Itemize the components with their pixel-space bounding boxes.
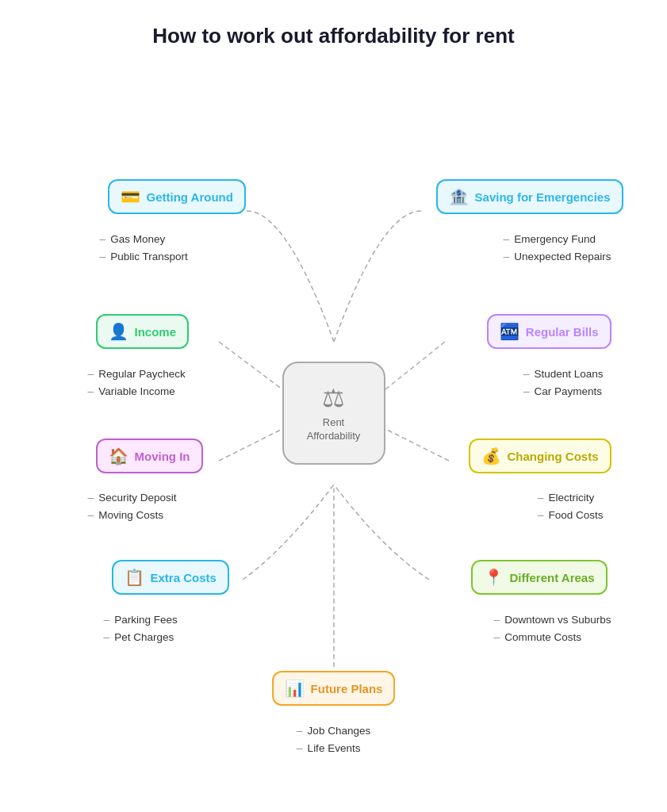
sub-unexpected-repairs: Unexpected Repairs — [503, 250, 611, 262]
regular-bills-label: Regular Bills — [526, 325, 599, 339]
future-plans-label: Future Plans — [311, 682, 383, 695]
sub-moving-costs: Moving Costs — [88, 508, 177, 521]
extra-costs-icon: 📋 — [125, 568, 144, 587]
topic-box-extra-costs: 📋 Extra Costs — [112, 560, 229, 595]
topic-box-different-areas: 📍 Different Areas — [471, 560, 608, 595]
sub-student-loans: Student Loans — [523, 367, 604, 380]
extra-costs-subitems: Parking Fees Pet Charges — [104, 613, 178, 643]
saving-subitems: Emergency Fund Unexpected Repairs — [503, 232, 611, 262]
future-plans-icon: 📊 — [285, 679, 305, 698]
sub-job-changes: Job Changes — [297, 724, 370, 737]
getting-around-subitems: Gas Money Public Transport — [100, 232, 188, 262]
sub-gas-money: Gas Money — [100, 232, 188, 245]
regular-bills-icon: 🏧 — [500, 322, 519, 341]
sub-variable-income: Variable Income — [88, 385, 186, 397]
income-icon: 👤 — [109, 322, 128, 341]
saving-icon: 🏦 — [449, 187, 469, 206]
sub-downtown: Downtown vs Suburbs — [493, 613, 611, 626]
sub-parking-fees: Parking Fees — [104, 613, 178, 626]
diagram: .conn { stroke: #aaa; stroke-width: 1.5;… — [17, 72, 651, 754]
sub-pet-charges: Pet Charges — [104, 630, 178, 643]
sub-car-payments: Car Payments — [523, 385, 602, 397]
page-title: How to work out affordability for rent — [152, 24, 514, 48]
topic-box-income: 👤 Income — [96, 314, 190, 349]
sub-commute-costs: Commute Costs — [493, 630, 581, 643]
getting-around-label: Getting Around — [147, 190, 233, 204]
sub-food-costs: Food Costs — [538, 508, 604, 521]
moving-in-icon: 🏠 — [109, 446, 128, 465]
topic-box-changing-costs: 💰 Changing Costs — [469, 439, 611, 473]
center-icon: ⚖ — [322, 383, 345, 413]
saving-label: Saving for Emergencies — [475, 190, 611, 204]
sub-security-deposit: Security Deposit — [88, 491, 177, 504]
income-subitems: Regular Paycheck Variable Income — [88, 367, 186, 397]
sub-emergency-fund: Emergency Fund — [503, 232, 596, 245]
center-label: RentAffordability — [307, 416, 361, 443]
topic-box-getting-around: 💳 Getting Around — [108, 179, 246, 214]
income-label: Income — [135, 325, 177, 339]
sub-electricity: Electricity — [538, 491, 595, 504]
topic-box-saving: 🏦 Saving for Emergencies — [436, 179, 623, 214]
changing-costs-icon: 💰 — [481, 446, 501, 465]
topic-box-future-plans: 📊 Future Plans — [272, 671, 396, 706]
sub-regular-paycheck: Regular Paycheck — [88, 367, 186, 380]
extra-costs-label: Extra Costs — [151, 571, 217, 584]
center-node: ⚖ RentAffordability — [282, 362, 385, 465]
different-areas-icon: 📍 — [484, 568, 504, 587]
getting-around-icon: 💳 — [121, 187, 140, 206]
moving-in-label: Moving In — [135, 450, 190, 463]
moving-in-subitems: Security Deposit Moving Costs — [88, 491, 177, 521]
future-plans-subitems: Job Changes Life Events — [297, 724, 370, 754]
regular-bills-subitems: Student Loans Car Payments — [523, 367, 604, 397]
changing-costs-label: Changing Costs — [508, 450, 599, 463]
topic-box-moving-in: 🏠 Moving In — [96, 439, 203, 473]
different-areas-label: Different Areas — [510, 571, 595, 584]
sub-life-events: Life Events — [297, 741, 361, 754]
topic-box-regular-bills: 🏧 Regular Bills — [487, 314, 611, 349]
different-areas-subitems: Downtown vs Suburbs Commute Costs — [493, 613, 611, 643]
sub-public-transport: Public Transport — [100, 250, 188, 262]
changing-costs-subitems: Electricity Food Costs — [538, 491, 604, 521]
